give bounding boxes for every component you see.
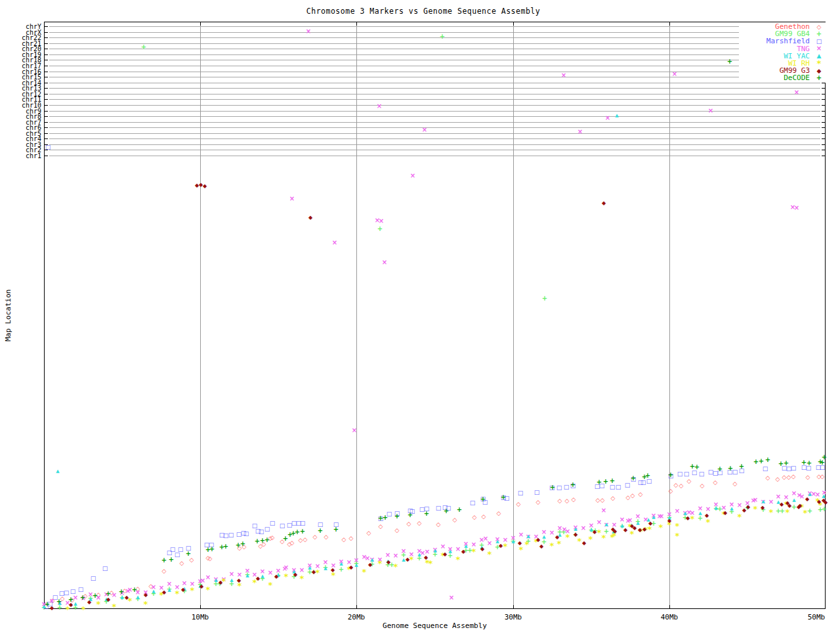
- x-axis-label: Genome Sequence Assembly: [44, 621, 826, 630]
- chrom-tick-left-chr14: [44, 83, 48, 83]
- chrom-tick-right-chr14: [822, 83, 826, 83]
- chrom-tick-right-chr4: [822, 138, 826, 139]
- legend-symbol-wirh: *: [810, 60, 828, 67]
- x-tick-top-40mb: [669, 22, 670, 26]
- legend-row-marshfield: Marshfield□: [739, 37, 828, 45]
- x-tick-label-40Mb: 40Mb: [654, 613, 685, 621]
- legend-label-decode: DeCODE: [739, 74, 810, 81]
- chrom-tick-left-chrY: [44, 26, 48, 27]
- chrom-tick-left-chr9: [44, 111, 48, 112]
- x-tick-bottom-10mb: [200, 605, 201, 609]
- chrom-tick-right-chr8: [822, 116, 826, 117]
- x-tick-top-30mb: [513, 22, 514, 26]
- chrom-tick-left-chr22: [44, 37, 48, 38]
- chrom-tick-right-chr10: [822, 105, 826, 106]
- legend-symbol-genethon: ◇: [810, 24, 828, 30]
- chrom-tick-left-chr11: [44, 99, 48, 100]
- x-tick-top-20mb: [356, 22, 357, 26]
- chrom-tick-right-chr7: [822, 122, 826, 123]
- chrom-tick-left-chr13: [44, 88, 48, 89]
- chrom-label-chr1: chr1: [0, 153, 41, 159]
- chrom-tick-left-chr18: [44, 60, 48, 60]
- chrom-tick-right-chr11: [822, 99, 826, 100]
- chrom-tick-left-chr3: [44, 144, 48, 145]
- legend-label-marshfield: Marshfield: [739, 37, 810, 45]
- chrom-tick-left-chr15: [44, 77, 48, 77]
- chrom-tick-left-chr10: [44, 105, 48, 106]
- chrom-tick-left-chr17: [44, 66, 48, 66]
- chrom-tick-right-chr12: [822, 94, 826, 94]
- plot-border: [44, 22, 826, 609]
- legend-symbol-gm99gb4: +: [810, 31, 828, 37]
- chrom-tick-left-chr8: [44, 116, 48, 117]
- chrom-tick-left-chr7: [44, 122, 48, 123]
- chart-title: Chromosome 3 Markers vs Genome Sequence …: [0, 7, 840, 16]
- legend-symbol-marshfield: □: [810, 38, 828, 45]
- chart-canvas: Chromosome 3 Markers vs Genome Sequence …: [0, 0, 840, 630]
- chrom-tick-right-chr3: [822, 144, 826, 145]
- chrom-tick-left-chr5: [44, 133, 48, 134]
- legend-row-wiyac: WI YAC▲: [739, 52, 828, 60]
- chrom-tick-right-chr2: [822, 150, 826, 150]
- chrom-tick-right-chr6: [822, 127, 826, 128]
- chrom-tick-left-chr19: [44, 54, 48, 55]
- chrom-tick-left-chr2: [44, 150, 48, 150]
- chrom-tick-left-chr6: [44, 127, 48, 128]
- x-tick-label-30Mb: 30Mb: [497, 613, 529, 621]
- chrom-tick-left-chrX: [44, 32, 48, 33]
- chrom-tick-left-chr16: [44, 72, 48, 72]
- chrom-tick-right-chr1: [822, 156, 826, 156]
- legend-label-tng: TNG: [739, 45, 810, 52]
- legend-symbol-gm99g3: ◆: [810, 68, 828, 74]
- chrom-tick-left-chr20: [44, 49, 48, 49]
- legend-symbol-tng: ×: [810, 45, 828, 52]
- x-tick-label-50Mb: 50Mb: [801, 613, 832, 621]
- chrom-tick-right-chr5: [822, 133, 826, 134]
- chrom-tick-left-chr12: [44, 94, 48, 94]
- legend-symbol-decode: +: [810, 75, 828, 81]
- chrom-tick-right-chr13: [822, 88, 826, 89]
- legend: Genethon◇GM99 GB4+Marshfield□TNG×WI YAC▲…: [739, 22, 828, 83]
- legend-row-decode: DeCODE+: [739, 74, 828, 81]
- chrom-tick-left-chr4: [44, 138, 48, 139]
- chrom-tick-right-chr9: [822, 111, 826, 112]
- x-tick-bottom-30mb: [513, 605, 514, 609]
- x-tick-top-10mb: [200, 22, 201, 26]
- chrom-tick-left-chr1: [44, 156, 48, 156]
- x-tick-label-10Mb: 10Mb: [184, 613, 216, 621]
- y-axis-label: Map Location: [4, 283, 12, 348]
- x-tick-label-20Mb: 20Mb: [341, 613, 372, 621]
- x-tick-bottom-40mb: [669, 605, 670, 609]
- chrom-tick-left-chr21: [44, 43, 48, 44]
- x-tick-bottom-20mb: [356, 605, 357, 609]
